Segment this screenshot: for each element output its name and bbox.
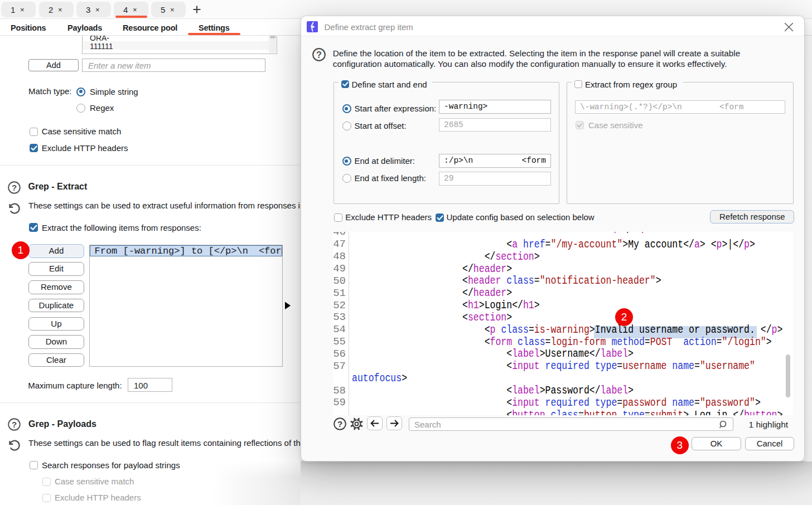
svg-text:?: ? <box>316 50 322 60</box>
svg-text:?: ? <box>12 420 17 429</box>
svg-text:?: ? <box>337 419 342 428</box>
svg-text:?: ? <box>12 183 17 192</box>
